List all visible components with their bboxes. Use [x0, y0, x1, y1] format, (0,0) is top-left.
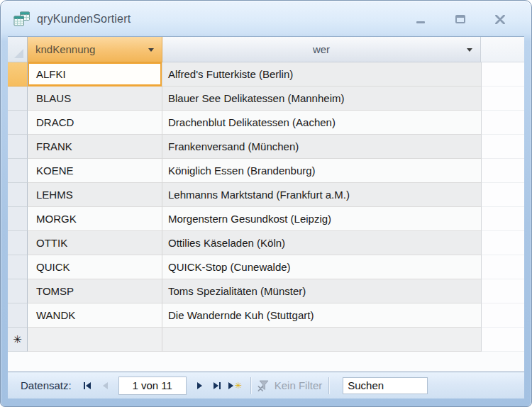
- row-filler: [482, 207, 524, 231]
- row-filler: [482, 159, 524, 183]
- query-window: qryKundenSortiert kndKennung: [0, 0, 532, 407]
- minimize-button[interactable]: [414, 13, 428, 26]
- row-selector[interactable]: [8, 207, 28, 231]
- column-header-kndkennung-label: kndKennung: [35, 43, 95, 55]
- screenshot-stage: qryKundenSortiert kndKennung: [0, 0, 532, 407]
- new-record-arrow-icon: [228, 382, 233, 389]
- last-record-button[interactable]: [209, 377, 226, 394]
- row-filler: [482, 328, 524, 352]
- row-selector[interactable]: [8, 183, 28, 207]
- cell-wer[interactable]: Alfred's Futterkiste (Berlin): [162, 62, 482, 87]
- last-record-icon: [219, 382, 221, 389]
- table-row: FRANKFrankenversand (München): [8, 135, 524, 159]
- row-filler: [482, 183, 524, 207]
- window-controls: [414, 13, 519, 26]
- row-selector[interactable]: [8, 62, 28, 87]
- row-selector[interactable]: [8, 87, 28, 111]
- navbar-separator-2: [328, 377, 329, 394]
- cell-wer[interactable]: Ottilies Käseladen (Köln): [162, 231, 482, 255]
- new-record-star-icon: ✳: [235, 381, 242, 390]
- previous-record-icon: [103, 382, 108, 389]
- query-datasheet-icon: [13, 11, 31, 27]
- table-row: DRACDDrachenblut Delikatessen (Aachen): [8, 111, 524, 135]
- row-filler: [482, 303, 524, 328]
- previous-record-button[interactable]: [96, 377, 114, 394]
- row-selector[interactable]: [8, 159, 28, 183]
- column-header-row: kndKennung wer: [8, 37, 524, 62]
- row-filler: [482, 111, 524, 135]
- new-record-row: ✳: [8, 328, 524, 352]
- no-filter-icon: [257, 380, 270, 391]
- new-record-marker-icon: ✳: [13, 334, 22, 345]
- table-row: LEHMSLehmanns Marktstand (Frankfurt a.M.…: [8, 183, 524, 207]
- new-record-button[interactable]: ✳: [226, 377, 244, 394]
- cell-kndkennung[interactable]: KOENE: [28, 159, 162, 183]
- cell-kndkennung[interactable]: ALFKI: [28, 62, 162, 87]
- new-record-cell-kndkennung[interactable]: [28, 328, 162, 352]
- datasheet: kndKennung wer ALFKIAlfred's Futterkiste…: [8, 36, 524, 372]
- header-filler: [481, 37, 524, 62]
- select-all-cell[interactable]: [8, 37, 28, 62]
- last-record-arrow-icon: [214, 382, 218, 389]
- cell-wer[interactable]: Blauer See Delikatessen (Mannheim): [162, 87, 482, 111]
- row-filler: [482, 231, 524, 255]
- cell-kndkennung[interactable]: FRANK: [28, 135, 162, 159]
- row-selector[interactable]: [8, 135, 28, 159]
- title-bar[interactable]: qryKundenSortiert: [8, 1, 524, 36]
- column-header-kndkennung[interactable]: kndKennung: [28, 37, 162, 62]
- wer-dropdown-icon[interactable]: [467, 48, 472, 52]
- table-rows: ALFKIAlfred's Futterkiste (Berlin)BLAUSB…: [8, 62, 524, 352]
- row-filler: [482, 255, 524, 279]
- cell-wer[interactable]: Morgenstern Gesundkost (Leipzig): [162, 207, 482, 231]
- row-filler: [482, 279, 524, 303]
- row-selector[interactable]: [8, 111, 28, 135]
- filter-status[interactable]: Kein Filter: [257, 379, 323, 391]
- cell-kndkennung[interactable]: WANDK: [28, 303, 162, 328]
- record-navigation-bar: Datensatz: 1 von 11 ✳: [8, 372, 524, 398]
- row-selector[interactable]: [8, 279, 28, 303]
- row-filler: [482, 62, 524, 87]
- minimize-icon: [416, 21, 425, 23]
- new-record-row-selector[interactable]: ✳: [8, 328, 28, 352]
- cell-wer[interactable]: Die Wandernde Kuh (Stuttgart): [162, 303, 482, 328]
- row-selector[interactable]: [8, 255, 28, 279]
- maximize-button[interactable]: [453, 13, 467, 26]
- cell-wer[interactable]: Drachenblut Delikatessen (Aachen): [162, 111, 482, 135]
- first-record-button[interactable]: [79, 377, 96, 394]
- row-filler: [482, 135, 524, 159]
- cell-kndkennung[interactable]: LEHMS: [28, 183, 162, 207]
- filter-status-label: Kein Filter: [275, 379, 323, 391]
- cell-kndkennung[interactable]: MORGK: [28, 207, 162, 231]
- first-record-arrow-icon: [86, 382, 91, 389]
- column-header-wer[interactable]: wer: [162, 37, 481, 62]
- cell-kndkennung[interactable]: OTTIK: [28, 231, 162, 255]
- first-record-icon: [84, 382, 85, 389]
- cell-wer[interactable]: QUICK-Stop (Cunewalde): [162, 255, 482, 279]
- cell-wer[interactable]: Königlich Essen (Brandenburg): [162, 159, 482, 183]
- table-row: BLAUSBlauer See Delikatessen (Mannheim): [8, 87, 524, 111]
- table-row: WANDKDie Wandernde Kuh (Stuttgart): [8, 303, 524, 328]
- record-position-box[interactable]: 1 von 11: [118, 377, 187, 395]
- kndkennung-dropdown-icon[interactable]: [148, 48, 154, 52]
- table-row: TOMSPToms Spezialitäten (Münster): [8, 279, 524, 303]
- next-record-button[interactable]: [191, 377, 209, 394]
- table-row: ALFKIAlfred's Futterkiste (Berlin): [8, 62, 524, 87]
- cell-kndkennung[interactable]: BLAUS: [28, 87, 162, 111]
- row-selector[interactable]: [8, 303, 28, 328]
- cell-kndkennung[interactable]: DRACD: [28, 111, 162, 135]
- cell-wer[interactable]: Frankenversand (München): [162, 135, 482, 159]
- table-row: MORGKMorgenstern Gesundkost (Leipzig): [8, 207, 524, 231]
- row-selector[interactable]: [8, 231, 28, 255]
- search-input[interactable]: [343, 377, 428, 394]
- table-row: KOENEKöniglich Essen (Brandenburg): [8, 159, 524, 183]
- close-button[interactable]: [493, 13, 507, 26]
- cell-kndkennung[interactable]: TOMSP: [28, 279, 162, 303]
- cell-wer[interactable]: Lehmanns Marktstand (Frankfurt a.M.): [162, 183, 482, 207]
- new-record-cell-wer[interactable]: [162, 328, 482, 352]
- cell-wer[interactable]: Toms Spezialitäten (Münster): [162, 279, 482, 303]
- row-filler: [482, 87, 524, 111]
- record-position-text: 1 von 11: [133, 379, 172, 391]
- table-row: OTTIKOttilies Käseladen (Köln): [8, 231, 524, 255]
- record-label: Datensatz:: [21, 379, 72, 391]
- cell-kndkennung[interactable]: QUICK: [28, 255, 162, 279]
